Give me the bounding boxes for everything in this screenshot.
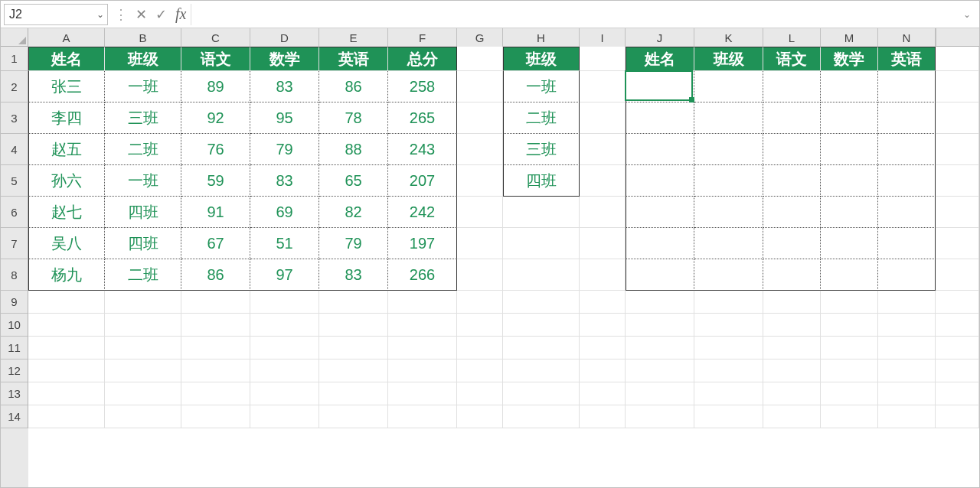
cell-F8[interactable]: 266 — [388, 259, 457, 291]
cell-H3[interactable]: 二班 — [503, 102, 580, 134]
cell-G7[interactable] — [457, 228, 503, 259]
cell-K8[interactable] — [694, 259, 763, 291]
cell-A13[interactable] — [28, 382, 105, 405]
cell-B10[interactable] — [105, 314, 181, 337]
cell-M5[interactable] — [821, 165, 878, 197]
cell-D1[interactable]: 数学 — [250, 47, 319, 71]
col-header-F[interactable]: F — [388, 28, 457, 47]
cell-N6[interactable] — [878, 197, 936, 228]
cell-F6[interactable]: 242 — [388, 197, 457, 228]
cell-I14[interactable] — [580, 405, 626, 428]
cell-H10[interactable] — [503, 314, 580, 337]
accept-icon[interactable]: ✓ — [151, 6, 171, 23]
row-header-6[interactable]: 6 — [1, 197, 28, 228]
cancel-icon[interactable]: ✕ — [131, 6, 151, 23]
row-header-1[interactable]: 1 — [1, 47, 28, 71]
cell-M14[interactable] — [821, 405, 878, 428]
col-header-N[interactable]: N — [878, 28, 936, 47]
cell-D9[interactable] — [250, 291, 319, 314]
cell-G9[interactable] — [457, 291, 503, 314]
cell-N8[interactable] — [878, 259, 936, 291]
cell-H6[interactable] — [503, 197, 580, 228]
cell-A7[interactable]: 吴八 — [28, 228, 105, 259]
cell-I13[interactable] — [580, 382, 626, 405]
cell-D14[interactable] — [250, 405, 319, 428]
cell-L11[interactable] — [763, 337, 821, 359]
cell-B1[interactable]: 班级 — [105, 47, 181, 71]
cell-C2[interactable]: 89 — [181, 71, 250, 102]
col-header-D[interactable]: D — [250, 28, 319, 47]
row-header-13[interactable]: 13 — [1, 382, 28, 405]
cell-J13[interactable] — [626, 382, 694, 405]
name-box[interactable]: J2 ⌄ — [4, 4, 108, 25]
cell-G10[interactable] — [457, 314, 503, 337]
cell-A3[interactable]: 李四 — [28, 102, 105, 134]
cell-J9[interactable] — [626, 291, 694, 314]
cell-N1[interactable]: 英语 — [878, 47, 936, 71]
cell-C10[interactable] — [181, 314, 250, 337]
cell-D3[interactable]: 95 — [250, 102, 319, 134]
cell-H14[interactable] — [503, 405, 580, 428]
cell-K10[interactable] — [694, 314, 763, 337]
cell-B9[interactable] — [105, 291, 181, 314]
cell-J10[interactable] — [626, 314, 694, 337]
cell-A12[interactable] — [28, 359, 105, 382]
cell-G13[interactable] — [457, 382, 503, 405]
cell-M7[interactable] — [821, 228, 878, 259]
cell-B8[interactable]: 二班 — [105, 259, 181, 291]
cell-C14[interactable] — [181, 405, 250, 428]
cell-A10[interactable] — [28, 314, 105, 337]
cell-K1[interactable]: 班级 — [694, 47, 763, 71]
cell-B13[interactable] — [105, 382, 181, 405]
cell-M11[interactable] — [821, 337, 878, 359]
cell-M8[interactable] — [821, 259, 878, 291]
cell-D7[interactable]: 51 — [250, 228, 319, 259]
cell-E11[interactable] — [319, 337, 388, 359]
row-header-7[interactable]: 7 — [1, 228, 28, 259]
col-header-A[interactable]: A — [28, 28, 105, 47]
cell-K14[interactable] — [694, 405, 763, 428]
cell-M13[interactable] — [821, 382, 878, 405]
cell-J1[interactable]: 姓名 — [626, 47, 694, 71]
cell-L4[interactable] — [763, 134, 821, 165]
row-header-5[interactable]: 5 — [1, 165, 28, 197]
cell-G3[interactable] — [457, 102, 503, 134]
cell-D2[interactable]: 83 — [250, 71, 319, 102]
cell-M1[interactable]: 数学 — [821, 47, 878, 71]
cell-E4[interactable]: 88 — [319, 134, 388, 165]
cell-K9[interactable] — [694, 291, 763, 314]
cell-L8[interactable] — [763, 259, 821, 291]
cell-E3[interactable]: 78 — [319, 102, 388, 134]
cell-B5[interactable]: 一班 — [105, 165, 181, 197]
select-all-corner[interactable] — [1, 28, 28, 47]
cell-J11[interactable] — [626, 337, 694, 359]
cell-N12[interactable] — [878, 359, 936, 382]
cell-F9[interactable] — [388, 291, 457, 314]
cell-M4[interactable] — [821, 134, 878, 165]
cell-A4[interactable]: 赵五 — [28, 134, 105, 165]
cell-H12[interactable] — [503, 359, 580, 382]
cell-E14[interactable] — [319, 405, 388, 428]
cell-C1[interactable]: 语文 — [181, 47, 250, 71]
cell-C3[interactable]: 92 — [181, 102, 250, 134]
cell-K7[interactable] — [694, 228, 763, 259]
cell-N14[interactable] — [878, 405, 936, 428]
cell-D4[interactable]: 79 — [250, 134, 319, 165]
cell-J4[interactable] — [626, 134, 694, 165]
cell-K4[interactable] — [694, 134, 763, 165]
fx-icon[interactable]: fx — [171, 5, 191, 23]
cell-N2[interactable] — [878, 71, 936, 102]
cell-E7[interactable]: 79 — [319, 228, 388, 259]
col-header-M[interactable]: M — [821, 28, 878, 47]
cell-J8[interactable] — [626, 259, 694, 291]
cell-C11[interactable] — [181, 337, 250, 359]
cell-M10[interactable] — [821, 314, 878, 337]
cell-F12[interactable] — [388, 359, 457, 382]
cell-D5[interactable]: 83 — [250, 165, 319, 197]
cell-N9[interactable] — [878, 291, 936, 314]
cell-F4[interactable]: 243 — [388, 134, 457, 165]
cell-C9[interactable] — [181, 291, 250, 314]
cell-G8[interactable] — [457, 259, 503, 291]
cell-H9[interactable] — [503, 291, 580, 314]
row-header-14[interactable]: 14 — [1, 405, 28, 428]
